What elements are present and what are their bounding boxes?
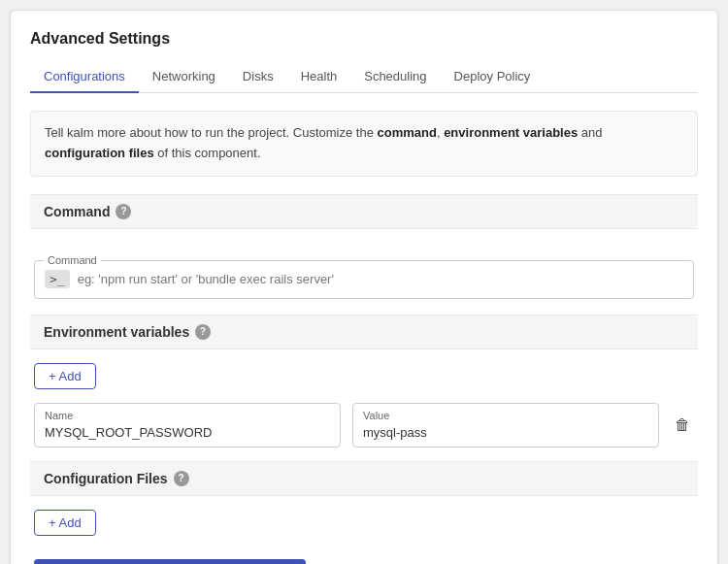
- terminal-icon: >_: [45, 270, 70, 288]
- config-files-help-icon[interactable]: ?: [174, 471, 189, 486]
- tab-bar: Configurations Networking Disks Health S…: [30, 61, 698, 93]
- command-field-group: Command >_: [34, 243, 694, 299]
- env-vars-section-label: Environment variables: [44, 324, 189, 340]
- env-var-name-label: Name: [45, 410, 330, 421]
- env-vars-section-header: Environment variables ?: [30, 315, 698, 349]
- config-files-section-label: Configuration Files: [44, 471, 168, 486]
- command-input-wrap: >_: [34, 260, 694, 299]
- description-suffix: of this component.: [154, 146, 261, 160]
- panel-title: Advanced Settings: [30, 30, 698, 48]
- command-input[interactable]: [78, 272, 683, 286]
- description-sep2: and: [578, 125, 602, 140]
- env-vars-help-icon[interactable]: ?: [195, 324, 211, 340]
- tab-disks[interactable]: Disks: [229, 61, 287, 93]
- command-section: Command ? Command >_: [30, 194, 698, 299]
- env-var-value-field: Value mysql-pass: [352, 403, 659, 448]
- env-var-name-bordered: Name MYSQL_ROOT_PASSWORD: [34, 403, 341, 448]
- config-files-section-header: Configuration Files ?: [30, 461, 698, 496]
- env-var-value-value: mysql-pass: [363, 425, 427, 440]
- env-var-name-field: Name MYSQL_ROOT_PASSWORD: [34, 403, 341, 448]
- env-var-delete-button[interactable]: 🗑: [671, 413, 694, 438]
- description-text: Tell kalm more about how to run the proj…: [30, 111, 698, 177]
- deploy-component-button[interactable]: Deploy Component: [34, 559, 306, 564]
- tab-deploy-policy[interactable]: Deploy Policy: [441, 61, 545, 93]
- description-bold1: command: [378, 125, 437, 140]
- tab-configurations[interactable]: Configurations: [30, 61, 139, 93]
- description-bold2: environment variables: [444, 125, 578, 140]
- env-vars-section: Environment variables ? + Add Name MYSQL…: [30, 315, 698, 448]
- env-var-name-value: MYSQL_ROOT_PASSWORD: [45, 425, 212, 440]
- command-section-header: Command ?: [30, 194, 698, 229]
- env-var-value-label: Value: [363, 410, 648, 421]
- command-help-icon[interactable]: ?: [116, 204, 131, 219]
- command-section-label: Command: [44, 204, 110, 219]
- description-bold3: configuration files: [45, 146, 154, 160]
- tab-scheduling[interactable]: Scheduling: [350, 61, 440, 93]
- description-prefix: Tell kalm more about how to run the proj…: [45, 125, 378, 140]
- env-var-row: Name MYSQL_ROOT_PASSWORD Value mysql-pas…: [34, 403, 694, 448]
- tab-health[interactable]: Health: [287, 61, 351, 93]
- config-files-section: Configuration Files ? + Add: [30, 461, 698, 549]
- command-field-label: Command: [44, 254, 101, 266]
- tab-networking[interactable]: Networking: [139, 61, 229, 93]
- env-vars-add-button[interactable]: + Add: [34, 363, 96, 389]
- env-var-value-bordered: Value mysql-pass: [352, 403, 659, 448]
- advanced-settings-panel: Advanced Settings Configurations Network…: [10, 10, 718, 564]
- config-files-add-button[interactable]: + Add: [34, 510, 96, 536]
